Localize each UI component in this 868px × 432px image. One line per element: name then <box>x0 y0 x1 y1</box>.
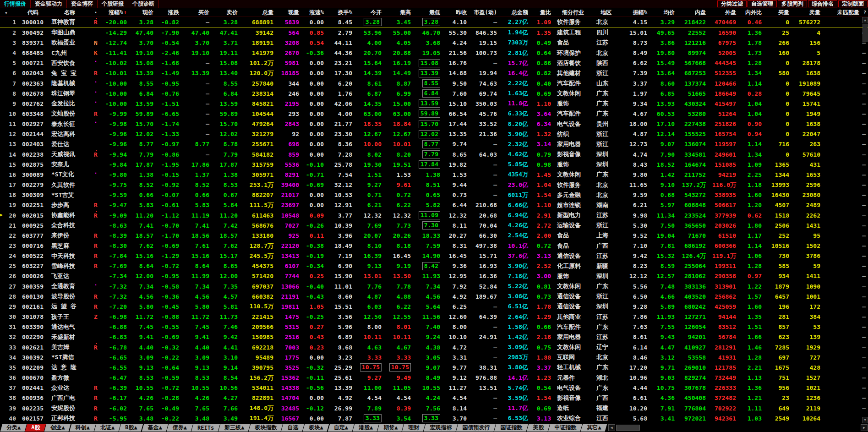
table-row[interactable]: 2300492华图山鼎-14.2947.40-7.9047.4047.41391… <box>0 27 868 38</box>
column-header[interactable]: 现量 <box>276 9 301 16</box>
table-row[interactable]: 30301078孩子王Z-6.9811.72-0.8811.7211.73221… <box>0 312 868 322</box>
column-header[interactable]: 买量 <box>764 9 792 16</box>
marker-column-header[interactable]: · <box>92 9 100 16</box>
bottom-tab[interactable]: 自选 <box>282 424 303 432</box>
bottom-tab[interactable]: 港股▲ <box>354 424 378 432</box>
table-row[interactable]: 11002927泰永长征·-9.9815.70-1.74–15.70479264… <box>0 119 868 129</box>
menu-tab[interactable]: 资金驱动力 <box>31 0 67 8</box>
table-row[interactable]: 24600522中天科技R-7.8415.16-1.2915.1615.1724… <box>0 251 868 261</box>
bottom-tab[interactable]: 自定▲ <box>329 424 353 432</box>
table-row[interactable]: 37002441众业达R-6.3910.55-0.7210.5510.56534… <box>0 383 868 393</box>
tabbar-scrollbar-thumb[interactable] <box>616 425 640 431</box>
column-header[interactable]: 今开 <box>355 9 384 16</box>
tabbar-scroll-right-icon[interactable]: ▶ <box>861 424 868 431</box>
bottom-tab[interactable]: 国债预发行 <box>457 424 495 432</box>
table-row[interactable]: 13002403爱仕达-9.968.77-0.978.778.782556716… <box>0 139 868 149</box>
scroll-up-icon[interactable]: ▲ <box>862 17 868 23</box>
menu-tab[interactable]: 行情报价 <box>0 0 31 8</box>
table-row[interactable]: 38600936广西广电R-6.174.26-0.284.264.2782289… <box>0 393 868 403</box>
menu-tab[interactable]: 个股诊断 <box>128 0 159 8</box>
column-header[interactable]: 总量 <box>240 9 276 16</box>
column-header[interactable]: 均价 <box>650 9 677 16</box>
bottom-tab[interactable]: 国证指数 <box>495 424 527 432</box>
column-header[interactable]: 外盘 <box>708 9 738 16</box>
table-row[interactable]: 14002238天威视讯R·-9.947.79-0.86–7.795841828… <box>0 149 868 159</box>
table-row[interactable]: 34300392*ST腾信-6.653.09-0.223.093.1095489… <box>0 352 868 362</box>
table-row[interactable]: 15002875安奈儿-9.8417.87-1.9517.8617.873157… <box>0 159 868 170</box>
scrollbar-thumb[interactable] <box>863 24 868 42</box>
column-header[interactable]: 细分行业 <box>553 9 593 16</box>
table-row[interactable]: 26000026飞亚达-7.3412.00-0.9511.9912.005714… <box>0 271 868 281</box>
column-header[interactable]: 涨幅%↑ <box>100 9 129 16</box>
table-row[interactable]: 35002209达 意 隆-6.559.13-0.649.139.1439079… <box>0 362 868 372</box>
table-row[interactable]: 29002161远 望 谷R-7.205.80-0.455.805.81110.… <box>0 301 868 312</box>
table-row[interactable]: 27300359全通教育·-7.327.34-0.587.347.3569703… <box>0 281 868 291</box>
bottom-tab[interactable]: 板块▲ <box>304 424 328 432</box>
table-row[interactable]: 36000670盈方微-6.478.53-0.598.538.54156.2万1… <box>0 372 868 383</box>
table-row[interactable]: 3839371欧福蛋业N-12.743.70-0.543.703.7118919… <box>0 38 868 48</box>
toolbar-button[interactable]: 自选管理 <box>748 0 777 7</box>
toolbar-button[interactable]: 多股同列 <box>778 0 807 7</box>
table-row[interactable]: 19002251步步高R-9.475.83-0.615.835.84111.5万… <box>0 200 868 210</box>
bottom-tab[interactable]: 理财 <box>403 424 424 432</box>
table-row[interactable]: 21000925众合科技-8.637.41-0.707.417.42568676… <box>0 220 868 230</box>
column-header[interactable]: 卖量 <box>792 9 823 16</box>
table-row[interactable]: 8002678珠江钢琴·-10.006.84-0.76–6.8423831424… <box>0 88 868 98</box>
bottom-tab[interactable]: 分类▲ <box>1 424 26 432</box>
table-row[interactable]: 31603390通达电气-6.887.45-0.557.457.46209566… <box>0 322 868 332</box>
bottom-tab[interactable]: REITs <box>192 424 219 432</box>
column-header[interactable]: 涨跌 <box>156 9 181 16</box>
vertical-scrollbar[interactable]: ▲▼ <box>862 17 868 423</box>
column-header[interactable]: 昨收 <box>442 9 469 16</box>
table-row[interactable]: 10603348文灿股份R-9.9959.89-6.65–59.89104544… <box>0 109 868 119</box>
column-header[interactable]: 市盈(动) <box>469 9 499 16</box>
bottom-tab[interactable]: A股 <box>26 424 45 432</box>
column-header[interactable]: 现价 <box>129 9 156 16</box>
column-header[interactable]: 振幅% <box>619 9 650 16</box>
column-header[interactable]: 卖价 <box>212 9 240 16</box>
scroll-down-icon[interactable]: ▼ <box>862 417 868 423</box>
column-header[interactable]: 代码 <box>18 9 48 16</box>
bottom-tab[interactable]: 其它▲ <box>582 424 606 432</box>
table-row[interactable]: 25603227雪峰科技R-7.698.64-0.728.648.6545437… <box>0 261 868 271</box>
dropdown-icon[interactable]: ▼ <box>2 11 7 15</box>
column-header[interactable]: 内盘 <box>677 9 708 16</box>
bottom-tab[interactable]: 新三板▲ <box>219 424 249 432</box>
table-row[interactable]: 33002621美吉姆R·-6.784.40-0.324.404.4169221… <box>0 342 868 352</box>
table-row[interactable]: 4688485C九州K-11.4119.10-2.4619.1019.11141… <box>0 48 868 58</box>
table-row[interactable]: 28600130波导股份R-7.324.56-0.364.564.5766038… <box>0 291 868 301</box>
table-row[interactable]: 1300010豆神教育R·-20.003.28-0.82–3.286888915… <box>0 17 868 27</box>
table-row[interactable]: 17002279久其软件-9.758.52-0.928.528.53253.1万… <box>0 180 868 190</box>
table-row[interactable]: 18300309*ST吉艾-9.590.66-0.070.660.6788220… <box>0 190 868 200</box>
table-row[interactable]: 39002235安妮股份R-6.027.65-0.497.657.66148.0… <box>0 403 868 413</box>
table-row[interactable]: 12002144宏达高科-9.9612.02-1.33–12.023212799… <box>0 129 868 139</box>
column-header[interactable]: 总金额 <box>499 9 530 16</box>
bottom-tab[interactable]: 科创▲ <box>71 424 95 432</box>
bottom-tab[interactable]: 美股 <box>528 424 549 432</box>
table-row[interactable]: 7002363隆基机械·-10.008.55-0.95–8.5525784034… <box>0 78 868 88</box>
toolbar-button[interactable]: 综合排名 <box>808 0 837 7</box>
column-header[interactable]: 地区 <box>593 9 619 16</box>
table-row[interactable]: 32002290禾盛新材-6.839.41-0.699.419.42150985… <box>0 332 868 342</box>
table-row[interactable]: 9002762金发拉比·-10.0013.59-1.51–13.59845821… <box>0 98 868 109</box>
table-row[interactable]: 23000716黑芝麻R-8.307.62-0.697.617.62128.7万… <box>0 241 868 251</box>
table-row[interactable]: 16300089*ST文化·-9.801.38-0.151.371.383059… <box>0 170 868 180</box>
bottom-tab[interactable]: 中证指数 <box>549 424 581 432</box>
column-header[interactable]: 名称 <box>48 9 92 16</box>
bottom-tab[interactable]: B股▲ <box>120 424 142 432</box>
select-all-dropdown[interactable]: ▼ <box>0 9 18 16</box>
table-row[interactable]: 6002043兔 宝 宝R-10.0113.39-1.4913.3913.401… <box>0 68 868 78</box>
bottom-tab[interactable]: 板块指数 <box>250 424 282 432</box>
menu-tab[interactable]: 资金博弈 <box>67 0 98 8</box>
column-header[interactable]: 买价 <box>181 9 212 16</box>
menu-tab[interactable]: 个股研报 <box>98 0 128 8</box>
table-row[interactable]: 40002157正邦科技R-5.953.48-0.223.483.49191.4… <box>0 413 868 423</box>
bottom-tab[interactable]: 债券▲ <box>168 424 192 432</box>
toolbar-button[interactable]: 定制版面 <box>838 0 868 7</box>
column-header[interactable]: 最高 <box>384 9 413 16</box>
bottom-tab[interactable]: 宏观指标 <box>425 424 457 432</box>
tabbar-scroll-left-icon[interactable]: ◀ <box>608 424 615 431</box>
column-header[interactable]: 未匹配量 <box>823 9 862 16</box>
table-row[interactable]: 5000721西安饮食·-10.0215.08-1.68–15.08101.2万… <box>0 58 868 68</box>
column-header[interactable]: 量比 <box>530 9 553 16</box>
